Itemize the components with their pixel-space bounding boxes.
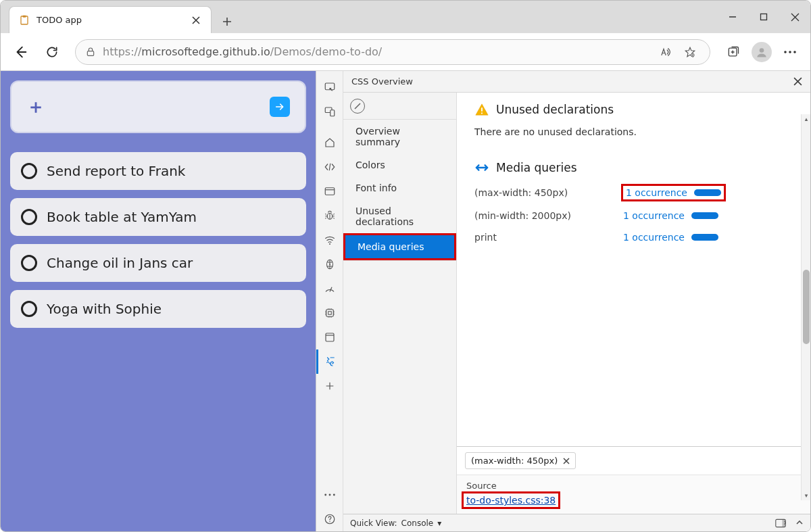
occurrence-bar (691, 212, 718, 219)
window-maximize-button[interactable] (748, 1, 779, 33)
welcome-icon[interactable] (316, 130, 343, 155)
media-queries-section: Media queries (457, 151, 810, 180)
occurrence-link[interactable]: 1 occurrence (626, 187, 687, 198)
window-minimize-button[interactable] (717, 1, 748, 33)
lock-icon (85, 47, 96, 57)
unused-declarations-message: There are no unused declarations. (457, 122, 810, 151)
todo-checkbox[interactable] (21, 301, 37, 317)
scrollbar[interactable]: ▴ ▾ (801, 114, 810, 500)
media-query-row: (min-width: 2000px)1 occurrence (474, 205, 793, 226)
application-icon[interactable] (316, 179, 343, 203)
media-query-label: (min-width: 2000px) (474, 210, 623, 221)
profile-avatar[interactable] (748, 39, 775, 66)
panel-title: CSS Overview (351, 76, 413, 87)
network-wifi-icon[interactable] (316, 228, 343, 252)
svg-rect-13 (325, 188, 335, 195)
read-aloud-icon[interactable] (656, 42, 676, 62)
url-text: https://microsoftedge.github.io/Demos/de… (103, 45, 382, 58)
todo-checkbox[interactable] (21, 255, 37, 271)
svg-point-20 (328, 494, 330, 496)
refresh-button[interactable] (39, 39, 66, 66)
sidebar-item-colors[interactable]: Colors (343, 153, 456, 176)
drawer-tab-console[interactable]: Console (401, 518, 434, 528)
todo-label: Send report to Frank (47, 163, 185, 179)
chevron-down-icon[interactable]: ▾ (437, 518, 441, 528)
warning-icon (474, 102, 489, 117)
svg-rect-12 (330, 110, 334, 116)
todo-item[interactable]: Yoga with Sophie (10, 290, 306, 328)
todo-item[interactable]: Book table at YamYam (10, 198, 306, 236)
css-overview-icon[interactable] (316, 349, 343, 374)
memory-icon[interactable] (316, 301, 343, 325)
chip-close-icon[interactable] (563, 458, 570, 464)
browser-tab[interactable]: TODO app (9, 6, 212, 33)
device-emulation-icon[interactable] (316, 99, 343, 124)
svg-rect-2 (761, 14, 767, 20)
add-todo-card[interactable]: ＋ (10, 80, 306, 133)
clear-overview-icon[interactable] (350, 99, 365, 114)
svg-point-15 (329, 243, 330, 245)
sidebar-item-unused-declarations[interactable]: Unused declarations (343, 199, 456, 233)
inspect-icon[interactable] (316, 75, 343, 99)
todo-label: Yoga with Sophie (47, 301, 162, 317)
svg-rect-25 (481, 113, 483, 114)
occurrence-bar (691, 234, 718, 241)
tab-close-icon[interactable] (191, 15, 201, 26)
elements-icon[interactable] (316, 155, 343, 179)
todo-checkbox[interactable] (21, 163, 37, 179)
devtools-panel: CSS Overview Overview summaryColorsFont … (316, 71, 810, 531)
svg-rect-24 (481, 107, 483, 112)
media-queries-icon (474, 160, 489, 175)
todo-checkbox[interactable] (21, 209, 37, 225)
rail-more-icon[interactable] (316, 483, 343, 507)
tab-title: TODO app (36, 15, 184, 25)
back-button[interactable] (7, 39, 34, 66)
svg-point-21 (333, 494, 335, 496)
help-icon[interactable] (316, 507, 343, 531)
browser-toolbar: https://microsoftedge.github.io/Demos/de… (1, 33, 810, 71)
submit-arrow-icon[interactable] (270, 97, 290, 117)
favorite-icon[interactable] (680, 42, 700, 62)
media-query-label: print (474, 232, 623, 243)
sources-bug-icon[interactable] (316, 203, 343, 228)
svg-rect-17 (328, 312, 331, 315)
occurrence-bar (694, 189, 721, 196)
address-bar[interactable]: https://microsoftedge.github.io/Demos/de… (75, 39, 710, 65)
svg-point-9 (793, 51, 796, 53)
collections-icon[interactable] (720, 39, 747, 66)
devtools-panel-header: CSS Overview (343, 71, 810, 93)
occurrence-link[interactable]: 1 occurrence (623, 232, 685, 243)
more-menu-icon[interactable] (777, 39, 804, 66)
media-query-row: print1 occurrence (474, 226, 793, 248)
source-link[interactable]: to-do-styles.css:38 (464, 493, 558, 507)
todo-item[interactable]: Change oil in Jans car (10, 244, 306, 282)
sidebar-item-media-queries[interactable]: Media queries (345, 235, 454, 258)
performance-icon[interactable] (316, 276, 343, 301)
occurrence-link[interactable]: 1 occurrence (623, 210, 685, 221)
svg-point-6 (760, 48, 764, 53)
panel-close-icon[interactable] (793, 77, 802, 86)
media-query-detail: (max-width: 450px) Source to-do-styles.c… (457, 446, 810, 514)
media-query-label: (max-width: 450px) (474, 187, 623, 198)
lighthouse-icon[interactable] (316, 252, 343, 276)
unused-declarations-section: Unused declarations (457, 93, 810, 122)
svg-point-7 (784, 51, 787, 53)
source-label: Source (457, 475, 810, 492)
css-overview-sidebar: Overview summaryColorsFont infoUnused de… (343, 93, 457, 514)
todo-label: Book table at YamYam (47, 209, 197, 225)
todo-item[interactable]: Send report to Frank (10, 152, 306, 190)
scroll-thumb[interactable] (803, 270, 810, 344)
sidebar-item-overview-summary[interactable]: Overview summary (343, 120, 456, 153)
svg-point-23 (329, 521, 330, 523)
svg-rect-18 (326, 333, 334, 341)
window-close-button[interactable] (779, 1, 810, 33)
media-query-chip: (max-width: 450px) (465, 452, 576, 469)
storage-icon[interactable] (316, 325, 343, 349)
more-tools-icon[interactable] (316, 374, 343, 398)
media-query-row: (max-width: 450px)1 occurrence (474, 180, 793, 205)
new-tab-button[interactable] (216, 10, 239, 33)
sidebar-item-font-info[interactable]: Font info (343, 176, 456, 199)
drawer-expand-icon[interactable] (795, 518, 804, 528)
drawer-dock-icon[interactable] (775, 518, 786, 528)
svg-point-19 (324, 494, 326, 496)
